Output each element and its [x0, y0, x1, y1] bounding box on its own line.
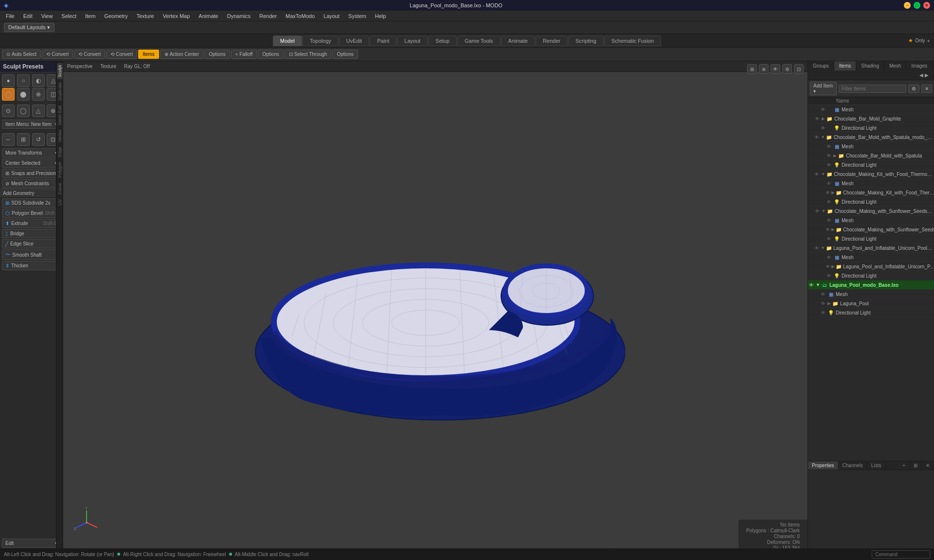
menu-texture[interactable]: Texture	[133, 12, 158, 20]
maximize-button[interactable]: □	[914, 2, 920, 9]
arrow-laguna-base[interactable]: ▼	[816, 282, 820, 287]
eye-icon-3[interactable]: 👁	[820, 124, 826, 131]
rb-tab-close[interactable]: ✕	[922, 461, 934, 470]
scene-tree[interactable]: 👁 ▦ Mesh 👁 ▶ 📁 Chocolate_Bar_Mold_Graphi…	[808, 105, 934, 461]
tree-item-mesh-6[interactable]: 👁 ▦ Mesh	[808, 290, 934, 299]
tree-item-mesh-5[interactable]: 👁 ▦ Mesh	[808, 253, 934, 262]
tree-item-choc-spatula2[interactable]: 👁 ▶ 📁 Chocolate_Bar_Mold_with_Spatula	[808, 151, 934, 160]
menu-edit[interactable]: Edit	[19, 12, 36, 20]
eye-icon-19[interactable]: 👁	[826, 272, 832, 279]
tree-item-mesh-1[interactable]: 👁 ▦ Mesh	[808, 105, 934, 114]
tree-item-choc-sunflower[interactable]: 👁 ▼ 📁 Chocolate_Making_with_Sunflower_Se…	[808, 207, 934, 216]
vtab-edge[interactable]: Edge	[57, 145, 63, 159]
menu-item[interactable]: Item	[81, 12, 99, 20]
mode-tab-animate[interactable]: Animate	[501, 35, 535, 46]
tool-icon-10[interactable]: △	[32, 105, 45, 117]
eye-icon-16[interactable]: 👁	[814, 245, 820, 251]
eye-icon-10[interactable]: 👁	[826, 189, 830, 196]
menu-view[interactable]: View	[37, 12, 57, 20]
mode-tab-setup[interactable]: Setup	[428, 35, 457, 46]
tab-groups[interactable]: Groups	[808, 61, 834, 70]
eye-icon-9[interactable]: 👁	[826, 180, 832, 187]
layouts-dropdown[interactable]: Default Layouts ▾	[4, 23, 54, 32]
eye-icon-23[interactable]: 👁	[820, 309, 826, 316]
mode-tab-model[interactable]: Model	[273, 35, 302, 46]
right-panel-settings[interactable]: ⚙	[908, 85, 919, 93]
toolbar-btn-7[interactable]: ≈Falloff	[231, 50, 257, 59]
mode-tab-schematic-fusion[interactable]: Schematic Fusion	[604, 35, 661, 46]
arrow-choc-spatula2[interactable]: ▶	[833, 153, 837, 158]
menu-layout[interactable]: Layout	[320, 12, 343, 20]
eye-icon-8[interactable]: 👁	[814, 171, 820, 177]
tab-mesh[interactable]: Mesh	[884, 61, 906, 70]
arrow-laguna-unicorn2[interactable]: ▶	[831, 264, 835, 269]
eye-icon-12[interactable]: 👁	[814, 208, 820, 214]
toolbar-btn-8[interactable]: Options	[258, 50, 283, 59]
rb-tab-expand[interactable]: ⊞	[910, 461, 922, 470]
item-menu-btn[interactable]: Item Menu: New Item ▾	[2, 120, 61, 129]
arrow-choc-sunflower[interactable]: ▼	[821, 209, 826, 213]
eye-icon-18[interactable]: 👁	[826, 263, 830, 270]
menu-geometry[interactable]: Geometry	[100, 12, 131, 20]
tree-item-dlight-2[interactable]: 👁 💡 Directional Light	[808, 160, 934, 170]
menu-animate[interactable]: Animate	[195, 12, 222, 20]
eye-icon-13[interactable]: 👁	[826, 217, 832, 224]
tree-item-laguna-unicorn[interactable]: 👁 ▼ 📁 Laguna_Pool_and_Inflatable_Unicorn…	[808, 244, 934, 253]
menu-maxtomodo[interactable]: MaxToModo	[282, 12, 319, 20]
menu-help[interactable]: Help	[371, 12, 390, 20]
tab-items[interactable]: Items	[834, 61, 856, 70]
toolbar-btn-2[interactable]: ⟲Convert	[74, 50, 105, 59]
rb-tab-channels[interactable]: Channels	[839, 461, 867, 470]
arrow-choc-kit2[interactable]: ▶	[831, 190, 835, 195]
add-item-btn[interactable]: Add Item ▾	[810, 82, 837, 95]
extrude-btn[interactable]: ⬆ Extrude Shift-E	[2, 219, 61, 228]
toolbar-btn-4[interactable]: Items	[138, 50, 159, 59]
smooth-shaft-btn[interactable]: 〜 Smooth Shaft	[2, 249, 61, 260]
add-geometry-header[interactable]: Add Geometry ▾	[0, 189, 63, 198]
tree-item-choc-kit2[interactable]: 👁 ▶ 📁 Chocolate_Making_Kit_with_Food_The…	[808, 188, 934, 197]
arrow-choc-spatula[interactable]: ▼	[821, 135, 825, 140]
menu-file[interactable]: File	[2, 12, 18, 20]
viewport[interactable]: Perspective Texture Ray GL: Off ⊞ ⊕ 👁 ⚙ …	[63, 61, 808, 548]
rb-tab-properties[interactable]: Properties	[808, 461, 839, 470]
mode-tab-topology[interactable]: Topology	[303, 35, 339, 46]
eye-icon-1[interactable]: 👁	[820, 106, 826, 113]
polygon-bevel-btn[interactable]: ⬡ Polygon Bevel Shift-B	[2, 209, 61, 218]
menu-dynamics[interactable]: Dynamics	[223, 12, 254, 20]
right-panel-close[interactable]: ✕	[921, 85, 932, 93]
thicken-btn[interactable]: ⇕ Thicken	[2, 261, 61, 270]
vtab-polygon[interactable]: Polygon	[57, 160, 63, 180]
snaps-precision-btn[interactable]: ⊞ Snaps and Precision	[2, 169, 61, 178]
tree-item-mesh-2[interactable]: 👁 ▦ Mesh	[808, 142, 934, 151]
tree-item-laguna-pool[interactable]: 👁 ▶ 📁 Laguna_Pool	[808, 299, 934, 308]
transform-icon-0[interactable]: ↔	[2, 133, 15, 146]
arrow-choc-kit[interactable]: ▼	[821, 172, 826, 176]
toolbar-btn-6[interactable]: Options	[204, 50, 230, 59]
tab-images[interactable]: Images	[906, 61, 933, 70]
vtab-sculpt[interactable]: Sculpt	[57, 63, 63, 79]
tree-item-dlight-5[interactable]: 👁 💡 Directional Light	[808, 271, 934, 280]
transform-icon-2[interactable]: ↺	[32, 133, 45, 146]
mesh-constraints-btn[interactable]: ⊘ Mesh Constraints	[2, 179, 61, 188]
tree-item-choc-spatula[interactable]: 👁 ▼ 📁 Chocolate_Bar_Mold_with_Spatula_mo…	[808, 133, 934, 142]
filter-items-input[interactable]	[839, 85, 906, 93]
tree-item-mesh-4[interactable]: 👁 ▦ Mesh	[808, 216, 934, 225]
eye-icon-11[interactable]: 👁	[826, 198, 832, 205]
tree-item-mesh-3[interactable]: 👁 ▦ Mesh	[808, 179, 934, 188]
arrow-laguna-pool[interactable]: ▶	[827, 301, 831, 306]
eye-icon-2[interactable]: 👁	[814, 115, 821, 122]
mode-tab-scripting[interactable]: Scripting	[568, 35, 604, 46]
tool-icon-1[interactable]: ○	[17, 74, 30, 87]
eye-icon-17[interactable]: 👁	[826, 254, 832, 261]
mode-tab-uvedit[interactable]: UvEdit	[339, 35, 369, 46]
tool-icon-9[interactable]: ◯	[17, 105, 30, 117]
tree-item-laguna-unicorn2[interactable]: 👁 ▶ 📁 Laguna_Pool_and_Inflatable_Unicorn…	[808, 262, 934, 271]
tree-item-laguna-base[interactable]: 👁 ▼ 🗂 Laguna_Pool_modo_Base.lxo	[808, 280, 934, 290]
tree-item-dlight-6[interactable]: 👁 💡 Directional Light	[808, 308, 934, 317]
tree-item-dlight-4[interactable]: 👁 💡 Directional Light	[808, 234, 934, 244]
tab-expand[interactable]: ◀ ▶	[915, 70, 934, 80]
toolbar-btn-0[interactable]: ⊙Auto Select	[2, 50, 41, 59]
star-btn[interactable]: ★	[908, 37, 913, 44]
eye-icon-7[interactable]: 👁	[826, 161, 832, 168]
eye-icon-15[interactable]: 👁	[826, 235, 832, 242]
